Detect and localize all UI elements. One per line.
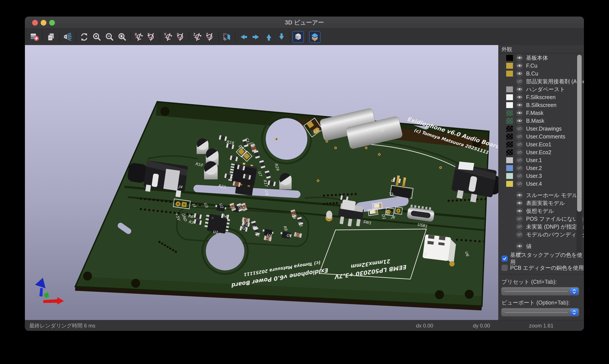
visibility-on-icon[interactable] (516, 102, 523, 109)
move-right-icon (251, 32, 261, 42)
toolbar-copy-image-button[interactable] (45, 31, 57, 43)
toolbar-zoom-in-button[interactable] (91, 31, 103, 43)
layer-color-swatch[interactable] (506, 126, 513, 132)
zoom-out-icon (105, 32, 114, 42)
visibility-off-icon[interactable] (516, 180, 523, 187)
visibility-on-icon[interactable] (516, 70, 523, 77)
layer-label: User.2 (526, 165, 542, 171)
dropdown-stepper-icon[interactable] (570, 288, 578, 295)
svg-text:Z: Z (193, 33, 195, 36)
toolbar-zoom-out-button[interactable] (104, 31, 115, 43)
toolbar-flip-board-button[interactable] (221, 31, 233, 43)
visibility-off-icon[interactable] (516, 172, 523, 180)
toolbar-rotate-z-counterclockwise-button[interactable]: Z (205, 31, 216, 43)
flip-board-icon (222, 32, 232, 42)
visibility-off-icon[interactable] (516, 125, 523, 132)
layer-color-swatch[interactable] (506, 86, 513, 92)
appearance-panel: 外観 基板本体F.CuB.Cu部品実装用接着剤 (Adhesive)ハンダペース… (498, 45, 584, 320)
toolbar-move-up-button[interactable] (263, 31, 274, 43)
visibility-on-icon[interactable] (516, 86, 523, 93)
titlebar[interactable]: 3D ビューアー (25, 17, 584, 29)
toolbar-rotate-y-counterclockwise-button[interactable]: Y (175, 31, 187, 43)
visibility-on-icon[interactable] (516, 207, 523, 215)
preset-label: プリセット (Ctrl+Tab): (502, 277, 557, 286)
swatch-spacer (506, 243, 513, 249)
visibility-off-icon[interactable] (516, 141, 523, 148)
layer-color-swatch[interactable] (506, 173, 513, 179)
swatch-spacer (506, 200, 513, 206)
checkbox-unchecked[interactable] (502, 265, 508, 271)
visibility-on-icon[interactable] (516, 192, 523, 199)
toolbar-redraw-button[interactable] (78, 31, 90, 43)
layer-color-swatch[interactable] (506, 71, 513, 77)
visibility-off-icon[interactable] (516, 231, 523, 238)
layer-color-swatch[interactable] (506, 102, 513, 108)
visibility-off-icon[interactable] (516, 149, 523, 156)
layer-color-swatch[interactable] (506, 55, 513, 61)
layer-row: B.Silkscreen (499, 101, 584, 109)
viewport-dropdown[interactable] (501, 308, 579, 316)
swatch-spacer (506, 232, 513, 238)
toolbar-reload-board-button[interactable] (29, 31, 40, 43)
layer-row: User.Eco2 (499, 148, 584, 156)
layer-color-swatch[interactable] (506, 142, 513, 147)
layer-color-swatch[interactable] (506, 165, 513, 171)
layer-color-swatch[interactable] (506, 134, 513, 140)
checkbox-checked[interactable] (502, 256, 508, 262)
visibility-off-icon[interactable] (516, 165, 523, 172)
toolbar-appearance-panel-toggle-button[interactable] (309, 31, 321, 43)
visibility-off-icon[interactable] (516, 78, 523, 85)
layer-label: 基板本体 (526, 54, 548, 62)
layer-color-swatch[interactable] (506, 94, 513, 100)
visibility-on-icon[interactable] (516, 94, 523, 101)
visibility-on-icon[interactable] (516, 62, 523, 69)
panel-scrollbar[interactable] (576, 54, 582, 254)
visibility-on-icon[interactable] (516, 199, 523, 207)
visibility-off-icon[interactable] (516, 215, 523, 222)
pcb-3d-scene[interactable]: Exidiophone v6.0 Audio Board (c) Tomoya … (25, 45, 498, 320)
layer-color-swatch[interactable] (506, 110, 513, 116)
layer-row: F.Mask (499, 109, 584, 117)
preset-dropdown[interactable] (501, 287, 579, 296)
layer-label: B.Cu (526, 70, 538, 77)
toolbar-rotate-x-clockwise-button[interactable]: X (133, 31, 145, 43)
option-label: 値 (526, 243, 531, 250)
layer-label: User.Eco1 (526, 141, 551, 148)
model-option-row: 仮想モデル (499, 207, 584, 215)
visibility-on-icon[interactable] (516, 109, 523, 117)
toolbar-rotate-y-clockwise-button[interactable]: Y (163, 31, 174, 43)
visibility-on-icon[interactable] (516, 54, 523, 62)
toolbar-rotate-z-clockwise-button[interactable]: Z (192, 31, 203, 43)
visibility-off-icon[interactable] (516, 223, 523, 230)
zoom-in-icon (92, 32, 102, 42)
model-option-row: スルーホール モデル (499, 191, 584, 199)
toolbar-separator (130, 32, 131, 42)
toolbar-orthographic-projection-button[interactable] (292, 31, 304, 43)
visibility-off-icon[interactable] (516, 133, 523, 140)
layer-color-swatch[interactable] (506, 63, 513, 69)
visibility-on-icon[interactable] (516, 117, 523, 124)
viewport-3d[interactable]: Exidiophone v6.0 Audio Board (c) Tomoya … (25, 45, 498, 320)
layer-color-swatch[interactable] (506, 181, 513, 187)
layer-row: F.Silkscreen (499, 93, 584, 101)
layer-row: B.Mask (499, 117, 584, 125)
visibility-on-icon[interactable] (516, 243, 523, 250)
checkbox-row: 基板スタックアップの色を使用 (499, 254, 584, 263)
toolbar-move-down-button[interactable] (276, 31, 287, 43)
toolbar-zoom-to-fit-button[interactable] (117, 31, 128, 43)
layer-label: ハンダペースト (526, 86, 565, 93)
swatch-spacer (506, 216, 513, 222)
toolbar-move-left-button[interactable] (238, 31, 249, 43)
toolbar-render-current-view-button[interactable] (62, 31, 73, 43)
panel-scrollbar-thumb[interactable] (577, 55, 582, 212)
visibility-off-icon[interactable] (516, 157, 523, 164)
dropdown-stepper-icon[interactable] (570, 309, 578, 316)
redraw-icon (79, 32, 89, 42)
orthographic-projection-icon (293, 32, 303, 42)
layer-color-swatch[interactable] (506, 149, 513, 155)
layer-color-swatch[interactable] (506, 157, 513, 163)
layer-label: User.3 (526, 173, 542, 179)
toolbar-move-right-button[interactable] (250, 31, 262, 43)
layer-color-swatch[interactable] (506, 118, 513, 124)
toolbar-rotate-x-counterclockwise-button[interactable]: X (146, 31, 157, 43)
